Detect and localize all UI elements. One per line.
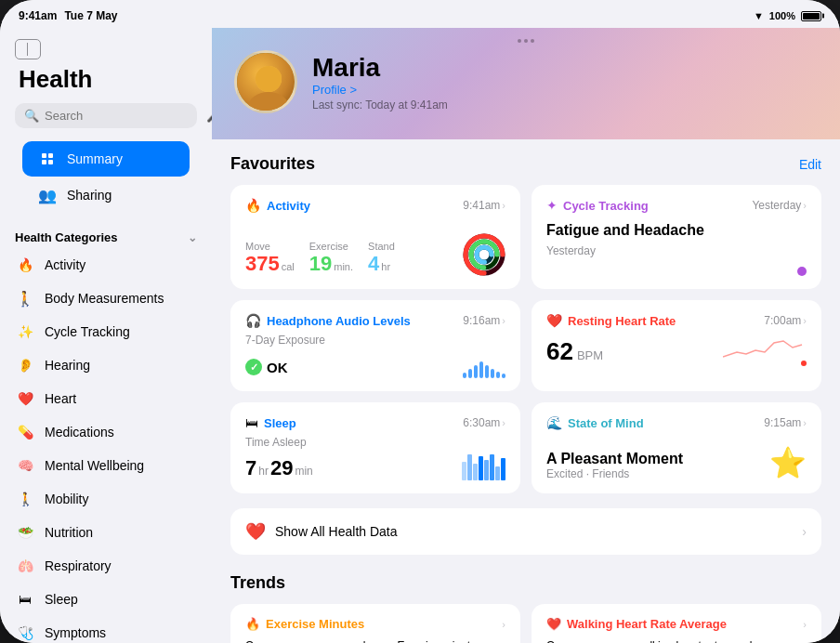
heart-rate-icon: ❤️ — [546, 313, 562, 328]
svg-point-6 — [256, 66, 282, 92]
heart-trend-chevron: › — [803, 619, 807, 630]
stand-unit: hr — [381, 261, 390, 272]
hbar-2 — [468, 369, 472, 378]
activity-chevron: › — [502, 200, 505, 211]
nutrition-icon: 🥗 — [15, 522, 35, 543]
sidebar-item-mobility[interactable]: 🚶 Mobility — [0, 482, 212, 516]
favourites-header: Favourites Edit — [230, 154, 821, 174]
categories-chevron[interactable]: ⌄ — [188, 231, 197, 244]
sidebar-item-mental-wellbeing[interactable]: 🧠 Mental Wellbeing — [0, 449, 212, 482]
heart-trend-desc: On average, your walking heart rate was … — [546, 638, 807, 643]
activity-card[interactable]: 🔥 Activity 9:41am › Move — [230, 185, 520, 289]
medications-label: Medications — [45, 425, 114, 440]
headphone-icon: 🎧 — [245, 313, 261, 328]
exercise-unit: min. — [334, 261, 353, 272]
stand-metric: Stand 4 hr — [368, 241, 395, 276]
cycle-dot — [797, 267, 807, 276]
mind-value: A Pleasant Moment — [546, 451, 683, 467]
heart-rate-trend-card[interactable]: ❤️ Walking Heart Rate Average › On avera… — [532, 604, 821, 643]
sidebar-item-symptoms[interactable]: 🩺 Symptoms — [0, 616, 212, 643]
exercise-trend-title-row: 🔥 Exercise Minutes — [245, 617, 364, 631]
mind-card-header: 🌊 State of Mind 9:15am › — [546, 415, 807, 430]
ok-icon: ✓ — [245, 359, 262, 375]
sidebar-item-body-measurements[interactable]: 🚶 Body Measurements — [0, 282, 212, 315]
activity-card-time: 9:41am › — [463, 199, 505, 212]
show-all-health-data-row[interactable]: ❤️ Show All Health Data › — [230, 508, 821, 555]
mind-chevron: › — [803, 417, 807, 428]
avatar-face — [237, 53, 295, 111]
sidebar-item-sleep[interactable]: 🛏 Sleep — [0, 583, 212, 616]
activity-ring — [463, 233, 505, 276]
hearing-label: Hearing — [45, 358, 90, 373]
sleep-card-time: 6:30am › — [463, 416, 505, 429]
sbar-3 — [473, 464, 478, 480]
state-of-mind-card[interactable]: 🌊 State of Mind 9:15am › A Pleasant Mome… — [532, 402, 821, 493]
medications-icon: 💊 — [15, 422, 35, 442]
edit-button[interactable]: Edit — [799, 157, 821, 172]
ok-text: OK — [267, 360, 288, 375]
cycle-tracking-card[interactable]: ✦ Cycle Tracking Yesterday › Fatigue and… — [532, 185, 821, 289]
show-all-text: Show All Health Data — [275, 524, 793, 539]
move-value: 375 — [245, 252, 280, 276]
cycle-label: Cycle Tracking — [45, 324, 130, 339]
search-input[interactable] — [45, 109, 201, 123]
dot-2 — [524, 39, 528, 43]
trends-title: Trends — [230, 573, 285, 593]
search-icon: 🔍 — [24, 109, 39, 123]
sidebar: Health 🔍 🎤 S — [0, 28, 212, 643]
heart-trend-title-row: ❤️ Walking Heart Rate Average — [546, 617, 727, 631]
sidebar-icon-row — [15, 39, 197, 59]
mind-icon: 🌊 — [546, 415, 562, 430]
summary-label: Summary — [67, 151, 123, 166]
exercise-trend-icon: 🔥 — [245, 617, 260, 631]
sidebar-item-medications[interactable]: 💊 Medications — [0, 415, 212, 449]
hbar-4 — [479, 361, 483, 378]
headphone-card[interactable]: 🎧 Headphone Audio Levels 9:16am › 7-Day … — [230, 300, 520, 391]
search-bar[interactable]: 🔍 🎤 — [15, 103, 197, 128]
sidebar-item-summary[interactable]: Summary — [22, 141, 190, 177]
three-dots — [518, 39, 534, 43]
col-left — [19, 43, 28, 56]
categories-section-header: Health Categories ⌄ — [0, 221, 212, 248]
profile-info: Maria Profile > Last sync: Today at 9:41… — [312, 53, 448, 112]
svg-rect-1 — [48, 153, 53, 158]
mental-label: Mental Wellbeing — [45, 458, 144, 473]
cycle-card-title: Cycle Tracking — [563, 199, 649, 213]
hbar-7 — [496, 372, 500, 378]
status-bar: 9:41am Tue 7 May ▼ 100% — [0, 0, 840, 28]
mind-sub: Excited · Friends — [546, 467, 683, 480]
favourites-grid: 🔥 Activity 9:41am › Move — [230, 185, 821, 493]
sleep-card-header: 🛏 Sleep 6:30am › — [245, 415, 505, 430]
sidebar-item-hearing[interactable]: 👂 Hearing — [0, 348, 212, 382]
sleep-card[interactable]: 🛏 Sleep 6:30am › Time Asleep 7 — [230, 402, 520, 493]
respiratory-icon: 🫁 — [15, 556, 35, 576]
sbar-8 — [501, 458, 505, 480]
sidebar-item-heart[interactable]: ❤️ Heart — [0, 382, 212, 415]
sbar-4 — [479, 456, 483, 480]
heart-icon: ❤️ — [15, 388, 35, 409]
heart-rate-unit: BPM — [577, 348, 603, 362]
cycle-icon: ✨ — [15, 322, 35, 342]
sidebar-item-activity[interactable]: 🔥 Activity — [0, 248, 212, 282]
sidebar-item-cycle-tracking[interactable]: ✨ Cycle Tracking — [0, 315, 212, 348]
status-date: Tue 7 May — [64, 9, 117, 22]
summary-icon — [37, 149, 58, 169]
sidebar-collapse-icon[interactable] — [15, 39, 41, 59]
sleep-hours: 7 — [245, 456, 256, 480]
profile-link[interactable]: Profile > — [312, 83, 448, 97]
headphone-card-time: 9:16am › — [463, 314, 505, 327]
avatar[interactable] — [234, 50, 297, 113]
profile-name: Maria — [312, 53, 448, 83]
sleep-card-title: Sleep — [264, 416, 296, 430]
activity-title-row: 🔥 Activity — [245, 198, 310, 213]
sidebar-item-sharing[interactable]: 👥 Sharing — [22, 177, 190, 213]
hbar-8 — [502, 374, 505, 378]
trends-grid: 🔥 Exercise Minutes › On average, you ear… — [230, 604, 821, 643]
battery-percent: 100% — [769, 10, 795, 21]
exercise-trend-card[interactable]: 🔥 Exercise Minutes › On average, you ear… — [230, 604, 520, 643]
sidebar-item-nutrition[interactable]: 🥗 Nutrition — [0, 516, 212, 549]
heart-rate-card[interactable]: ❤️ Resting Heart Rate 7:00am › — [532, 300, 821, 391]
sbar-5 — [484, 460, 489, 480]
heart-rate-title-row: ❤️ Resting Heart Rate — [546, 313, 676, 328]
sidebar-item-respiratory[interactable]: 🫁 Respiratory — [0, 549, 212, 583]
